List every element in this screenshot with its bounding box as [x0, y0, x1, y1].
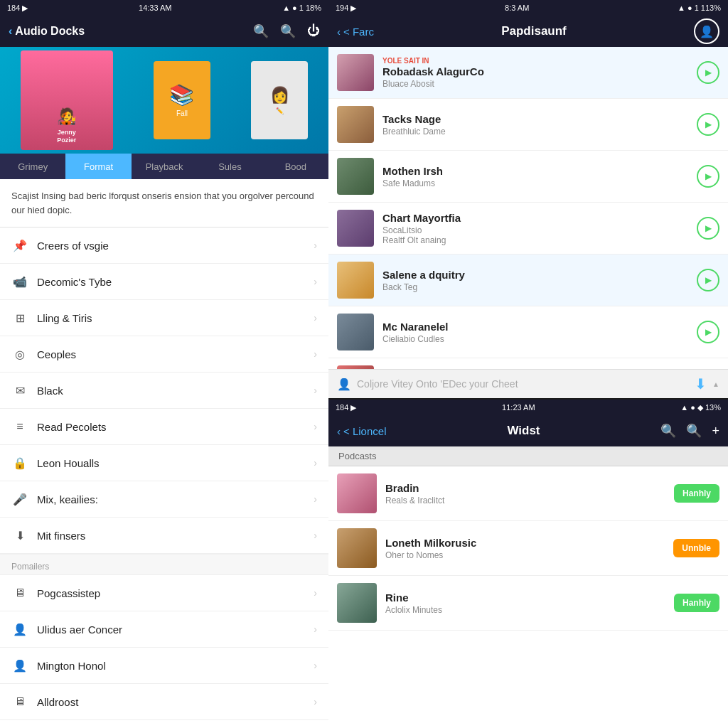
search-icon-2[interactable]: 🔍	[280, 23, 296, 39]
rb-podcast-title-1: Loneth Milkorusic	[385, 537, 673, 549]
rt-podcast-item-5[interactable]: Mc Naranelel Cieliabio Cudles ▶	[328, 306, 728, 358]
left-nav-header: ‹ Audio Docks 🔍 🔍 ⏻	[0, 16, 328, 47]
search-icon-1[interactable]: 🔍	[253, 23, 269, 39]
rb-search-icon-2[interactable]: 🔍	[686, 423, 702, 439]
rt-play-btn-3[interactable]: ▶	[697, 217, 719, 240]
rt-play-btn-0[interactable]: ▶	[697, 61, 719, 84]
menu-label-ulidus: Ulidus aer Concer	[37, 623, 314, 636]
menu-item-alldroost[interactable]: 🖥 Alldroost ›	[0, 684, 328, 720]
rb-podcast-list: Bradin Reals & Iraclitct Hanhly Loneth M…	[328, 466, 728, 728]
menu-label-creers: Creers of vsgie	[37, 240, 314, 252]
rb-podcast-title-2: Rine	[385, 592, 674, 604]
tab-bood[interactable]: Bood	[263, 154, 328, 179]
tab-playback[interactable]: Playback	[132, 154, 197, 179]
rb-podcast-btn-0[interactable]: Hanhly	[674, 484, 719, 503]
rt-podcast-subtitle-0: Bluace Abosit	[382, 79, 697, 89]
rt-scroll-indicator: ▲	[712, 380, 719, 388]
menu-label-mix: Mix, keailies:	[37, 493, 314, 505]
tab-format[interactable]: Format	[65, 154, 131, 179]
menu-item-mington[interactable]: 👤 Mington Honol ›	[0, 648, 328, 684]
rt-podcast-item-3[interactable]: Chart Mayortfia SocaLitsioRealtf Olt ana…	[328, 203, 728, 255]
rb-podcast-item-1[interactable]: Loneth Milkorusic Oher to Nomes Unnble	[328, 521, 728, 576]
section-header-pomailers: Pomailers	[0, 554, 328, 575]
tab-sules[interactable]: Sules	[197, 154, 262, 179]
rt-podcast-thumb-1	[337, 106, 374, 143]
rb-nav-back[interactable]: ‹ < Lioncel	[337, 425, 386, 437]
menu-item-creers[interactable]: 📌 Creers of vsgie ›	[0, 228, 328, 264]
chevron-icon-7: ›	[314, 457, 317, 469]
rb-add-icon[interactable]: +	[712, 424, 719, 439]
rt-podcast-thumb-5	[337, 314, 374, 350]
rt-nav-back[interactable]: ‹ < Farc	[337, 26, 374, 38]
rt-back-arrow-icon: ‹	[337, 26, 341, 38]
rt-podcast-thumb-0	[337, 54, 374, 91]
rt-podcast-info-1: Tacks Nage Breathluic Dame	[382, 113, 697, 136]
chevron-icon-12: ›	[314, 660, 317, 671]
rt-play-btn-2[interactable]: ▶	[697, 165, 719, 188]
rb-podcast-title-0: Bradin	[385, 482, 674, 494]
rb-nav-icons: 🔍 🔍 +	[660, 423, 719, 439]
target-icon: ◎	[11, 346, 28, 363]
left-status-time: 14:33 AM	[139, 4, 171, 12]
chevron-icon-10: ›	[314, 587, 317, 599]
menu-item-black[interactable]: ✉ Black ›	[0, 373, 328, 409]
menu-item-pogcassistep[interactable]: 🖥 Pogcassistep ›	[0, 575, 328, 611]
rt-status-right: ▲ ● 1 113%	[678, 4, 721, 12]
tab-grimey[interactable]: Grimey	[0, 154, 65, 179]
description-text: Scajist Insing bad beric lforqust onseri…	[0, 179, 328, 228]
rb-podcast-btn-2[interactable]: Hanhly	[674, 594, 719, 612]
menu-list: 📌 Creers of vsgie › 📹 Decomic's Tybe › ⊞…	[0, 228, 328, 728]
rt-podcast-list: Yole Sait in Robadask AlagurCo Bluace Ab…	[328, 47, 728, 369]
rb-podcast-item-2[interactable]: Rine Aclolix Minutes Hanhly	[328, 576, 728, 631]
rt-podcast-title-4: Salene a dquitry	[382, 269, 697, 281]
menu-item-lling[interactable]: ⊞ Lling & Tiris ›	[0, 300, 328, 336]
rt-download-icon[interactable]: ⬇	[695, 375, 707, 392]
rb-podcast-subtitle-0: Reals & Iraclitct	[385, 496, 674, 505]
rt-podcast-item-4[interactable]: Salene a dquitry Back Teg ▶	[328, 255, 728, 306]
rt-podcast-item-2[interactable]: Mothen Irsh Safe Madums ▶	[328, 151, 728, 203]
menu-item-read[interactable]: ≡ Read Pecolets ›	[0, 409, 328, 445]
rt-play-btn-5[interactable]: ▶	[697, 321, 719, 343]
left-nav-back[interactable]: ‹ Audio Docks	[9, 25, 85, 38]
rt-podcast-item-1[interactable]: Tacks Nage Breathluic Dame ▶	[328, 99, 728, 151]
lock-icon: 🔒	[11, 454, 28, 471]
download-icon: ⬇	[11, 527, 28, 544]
menu-item-mit[interactable]: ⬇ Mit finsers ›	[0, 518, 328, 554]
rb-podcast-thumb-2	[337, 583, 377, 623]
rt-nav-title: Papdisaunf	[374, 24, 694, 38]
rb-search-icon[interactable]: 🔍	[660, 423, 676, 439]
menu-label-read: Read Pecolets	[37, 421, 314, 433]
rt-profile-icon[interactable]: 👤	[694, 18, 719, 44]
rt-nav-back-label: < Farc	[343, 26, 374, 38]
left-status-bar: 184 ▶ 14:33 AM ▲ ● 1 18%	[0, 0, 328, 16]
power-icon[interactable]: ⏻	[307, 23, 320, 39]
right-top-panel: 194 ▶ 8:3 AM ▲ ● 1 113% ‹ < Farc Papdisa…	[328, 0, 728, 398]
menu-item-mix[interactable]: 🎤 Mix, keailies: ›	[0, 481, 328, 518]
rb-podcast-item-0[interactable]: Bradin Reals & Iraclitct Hanhly	[328, 466, 728, 521]
menu-item-decomic[interactable]: 📹 Decomic's Tybe ›	[0, 264, 328, 300]
pin-icon: 📌	[11, 237, 28, 254]
rt-play-btn-4[interactable]: ▶	[697, 269, 719, 291]
rb-podcast-thumb-0	[337, 473, 377, 513]
menu-item-leon[interactable]: 🔒 Leon Houalls ›	[0, 445, 328, 481]
chevron-icon: ›	[314, 240, 317, 251]
chevron-icon-4: ›	[314, 348, 317, 360]
rb-back-arrow-icon: ‹	[337, 425, 341, 437]
rt-podcast-item-6[interactable]: OT A Peerforaity Farlfor Bock Shaney ▶	[328, 358, 728, 369]
rt-podcast-thumb-4	[337, 262, 374, 299]
rt-podcast-info-4: Salene a dquitry Back Teg	[382, 269, 697, 292]
rt-play-btn-1[interactable]: ▶	[697, 113, 719, 136]
rt-podcast-title-1: Tacks Nage	[382, 113, 697, 125]
rb-podcast-btn-1[interactable]: Unnble	[673, 539, 719, 557]
chevron-icon-9: ›	[314, 530, 317, 541]
rb-nav-title: Widst	[507, 424, 540, 438]
chevron-icon-6: ›	[314, 421, 317, 432]
rt-podcast-info-5: Mc Naranelel Cieliabio Cudles	[382, 321, 697, 344]
menu-label-pogcassistep: Pogcassistep	[37, 587, 314, 599]
search-person-icon: 👤	[337, 378, 351, 391]
rt-podcast-item-0[interactable]: Yole Sait in Robadask AlagurCo Bluace Ab…	[328, 47, 728, 99]
rb-podcast-subtitle-2: Aclolix Minutes	[385, 605, 674, 615]
menu-item-ceoples[interactable]: ◎ Ceoples ›	[0, 336, 328, 373]
menu-item-ulidus[interactable]: 👤 Ulidus aer Concer ›	[0, 611, 328, 648]
rt-status-time: 8:3 AM	[505, 4, 529, 12]
